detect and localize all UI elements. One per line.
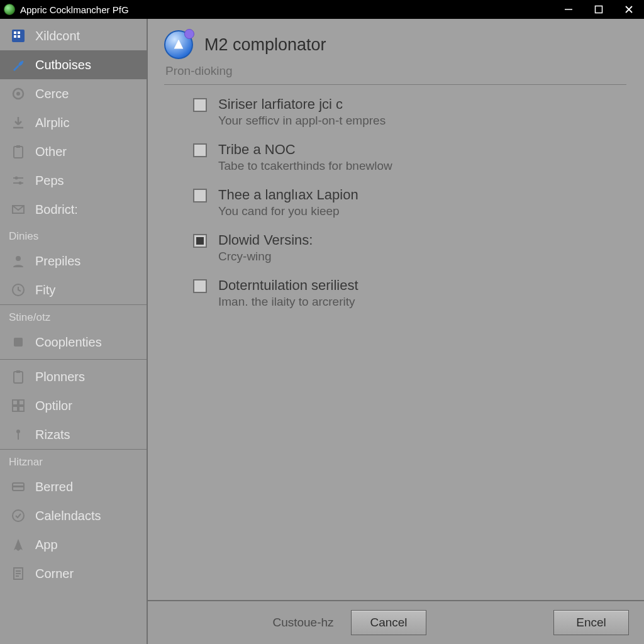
sidebar-item-label: Cutboises bbox=[35, 58, 91, 72]
option-checkbox[interactable] bbox=[193, 279, 207, 293]
sidebar-item-label: Prepiles bbox=[35, 254, 80, 269]
minimize-button[interactable] bbox=[553, 0, 584, 19]
option-checkbox[interactable] bbox=[193, 234, 207, 248]
square-icon bbox=[10, 334, 26, 350]
clock-icon bbox=[10, 282, 26, 298]
option-title: Dlowid Versins: bbox=[218, 232, 313, 248]
option-description: Your sefficv in appl-on-t empres bbox=[218, 114, 386, 128]
divider bbox=[164, 84, 626, 85]
person-icon bbox=[10, 253, 26, 269]
sidebar-item-calelndacts[interactable]: Calelndacts bbox=[0, 501, 147, 530]
sheet-icon bbox=[10, 565, 26, 582]
sidebar-item-label: App bbox=[35, 538, 58, 552]
pointer-icon bbox=[10, 536, 26, 553]
sidebar-item-label: Calelndacts bbox=[35, 509, 101, 523]
sidebar-item-cooplenties[interactable]: Cooplenties bbox=[0, 328, 147, 357]
option-row: Thee a langlıax LapionYou cand for you k… bbox=[193, 187, 626, 218]
sidebar-item-peps[interactable]: Peps bbox=[0, 166, 147, 195]
option-checkbox[interactable] bbox=[193, 143, 207, 157]
cancel-button[interactable]: Cancel bbox=[351, 610, 426, 635]
option-row: Tribe a NOCTabe to tcakerthinds for bnew… bbox=[193, 142, 626, 173]
window-title: Appric Cocklmancher PfG bbox=[20, 4, 553, 15]
sidebar-item-bodrict-[interactable]: Bodrict: bbox=[0, 195, 147, 224]
sidebar-item-label: Xildcont bbox=[35, 29, 80, 43]
gear-icon bbox=[10, 86, 26, 102]
sidebar-item-corner[interactable]: Corner bbox=[0, 559, 147, 588]
sidebar-item-rizats[interactable]: Rizats bbox=[0, 420, 147, 449]
sidebar-item-label: Alrplic bbox=[35, 116, 69, 130]
window-body: XildcontCutboisesCerceAlrplicOtherPepsBo… bbox=[0, 19, 644, 644]
sidebar-item-label: Cooplenties bbox=[35, 335, 102, 350]
sidebar: XildcontCutboisesCerceAlrplicOtherPepsBo… bbox=[0, 19, 148, 644]
sidebar-item-label: Rizats bbox=[35, 428, 70, 442]
sidebar-item-label: Peps bbox=[35, 174, 64, 188]
grid-icon bbox=[10, 28, 26, 44]
sidebar-item-label: Fity bbox=[35, 283, 55, 297]
title-bar: Appric Cocklmancher PfG bbox=[0, 0, 644, 19]
sidebar-item-optilor[interactable]: Optilor bbox=[0, 391, 147, 420]
page-title: M2 complonator bbox=[204, 35, 326, 55]
grid2-icon bbox=[10, 397, 26, 414]
option-checkbox[interactable] bbox=[193, 189, 207, 203]
sidebar-item-label: Corner bbox=[35, 567, 74, 581]
sidebar-header-hitznar: Hitznar bbox=[0, 449, 147, 472]
content-pane: M2 complonator Pron-dioking Siriser larf… bbox=[148, 19, 644, 644]
svg-rect-1 bbox=[596, 6, 602, 13]
sidebar-item-label: Optilor bbox=[35, 399, 72, 413]
card-icon bbox=[10, 479, 26, 495]
footer: Custoue-hz Cancel Encel bbox=[148, 600, 644, 644]
sidebar-item-label: Berred bbox=[35, 480, 73, 494]
option-row: Siriser larfiatore jci cYour sefficv in … bbox=[193, 96, 626, 128]
page-subtitle: Pron-dioking bbox=[165, 64, 626, 78]
sidebar-item-other[interactable]: Other bbox=[0, 137, 147, 166]
option-description: Iman. the ilaity to arcrerity bbox=[218, 295, 358, 309]
option-description: Tabe to tcakerthinds for bnewlow bbox=[218, 159, 392, 173]
pin-icon bbox=[10, 426, 26, 443]
sidebar-item-fity[interactable]: Fity bbox=[0, 275, 147, 304]
sidebar-header-stineotz: Stine/otz bbox=[0, 304, 147, 328]
maximize-button[interactable] bbox=[584, 0, 614, 19]
option-row: Doterntuilation seriliestIman. the ilait… bbox=[193, 277, 626, 309]
download-icon bbox=[10, 114, 26, 131]
sidebar-item-cutboises[interactable]: Cutboises bbox=[0, 50, 147, 79]
option-description: You cand for you kieep bbox=[218, 204, 358, 218]
sidebar-item-xildcont[interactable]: Xildcont bbox=[0, 21, 147, 50]
customize-button[interactable]: Custoue-hz bbox=[265, 610, 341, 635]
sidebar-item-prepiles[interactable]: Prepiles bbox=[0, 247, 147, 275]
wrench-icon bbox=[10, 57, 26, 73]
sidebar-item-label: Other bbox=[35, 145, 67, 159]
window-controls bbox=[553, 0, 644, 19]
sidebar-item-label: Bodrict: bbox=[35, 203, 78, 217]
option-title: Doterntuilation seriliest bbox=[218, 277, 358, 294]
mail-icon bbox=[10, 201, 26, 218]
sliders-icon bbox=[10, 172, 26, 189]
sidebar-header-dinies: Dinies bbox=[0, 224, 147, 247]
clipboard-icon bbox=[10, 369, 26, 385]
option-title: Thee a langlıax Lapion bbox=[218, 187, 358, 203]
app-icon bbox=[4, 4, 15, 15]
option-title: Tribe a NOC bbox=[218, 142, 392, 158]
sidebar-item-alrplic[interactable]: Alrplic bbox=[0, 108, 147, 137]
sidebar-item-label: Cerce bbox=[35, 87, 69, 101]
sidebar-item-label: Plonners bbox=[35, 370, 85, 384]
sidebar-item-app[interactable]: App bbox=[0, 530, 147, 559]
option-title: Siriser larfiatore jci c bbox=[218, 96, 386, 113]
check-circle-icon bbox=[10, 508, 26, 524]
option-row: Dlowid Versins:Crcy-wing bbox=[193, 232, 626, 264]
sidebar-item-cerce[interactable]: Cerce bbox=[0, 79, 147, 108]
page-icon bbox=[164, 30, 193, 59]
clipboard-icon bbox=[10, 143, 26, 160]
close-button[interactable] bbox=[614, 0, 644, 19]
sidebar-item-plonners[interactable]: Plonners bbox=[0, 362, 147, 391]
option-description: Crcy-wing bbox=[218, 250, 313, 264]
sidebar-separator bbox=[0, 359, 147, 360]
ok-button[interactable]: Encel bbox=[553, 610, 629, 635]
sidebar-item-berred[interactable]: Berred bbox=[0, 472, 147, 501]
page-header: M2 complonator bbox=[164, 30, 626, 59]
option-checkbox[interactable] bbox=[193, 98, 207, 112]
